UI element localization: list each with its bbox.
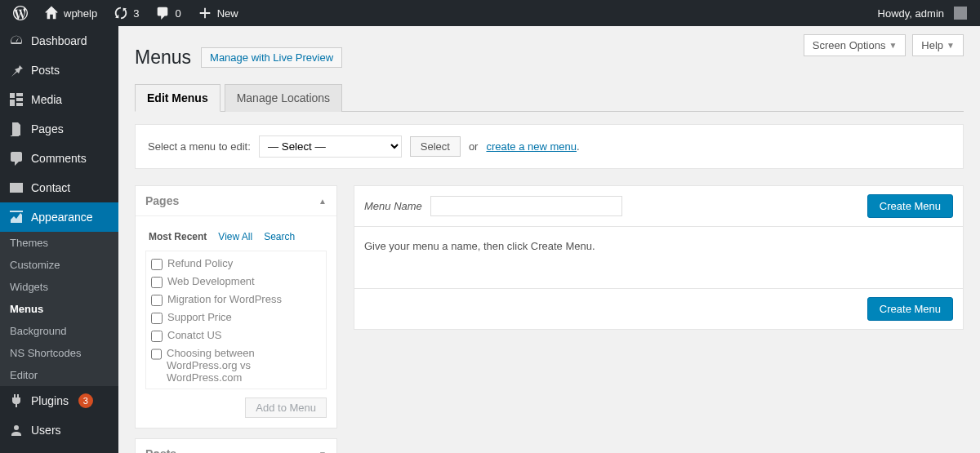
sidebar-item-dashboard[interactable]: Dashboard — [0, 26, 118, 56]
sidebar-item-label: Pages — [31, 122, 64, 135]
avatar — [954, 7, 967, 20]
page-checkbox[interactable] — [151, 313, 163, 324]
sidebar-item-label: Plugins — [31, 394, 69, 407]
select-prompt: Select a menu to edit: — [148, 140, 251, 153]
pages-accordion: Pages ▲ Most Recent View All Search Refu… — [135, 185, 337, 429]
updates-count: 3 — [133, 7, 139, 20]
posts-accordion-toggle[interactable]: Posts ▼ — [136, 439, 336, 453]
wordpress-icon — [13, 6, 28, 20]
page-item[interactable]: Refund Policy — [149, 255, 323, 273]
appearance-submenu: Themes Customize Widgets Menus Backgroun… — [0, 232, 118, 386]
site-name: wphelp — [64, 7, 97, 20]
mail-icon — [8, 180, 24, 196]
appearance-icon — [8, 209, 24, 225]
comments-link[interactable]: 0 — [149, 0, 187, 26]
chevron-down-icon: ▼ — [889, 41, 897, 50]
menu-name-label: Menu Name — [364, 200, 422, 212]
create-menu-button-top[interactable]: Create Menu — [867, 194, 953, 218]
select-button[interactable]: Select — [410, 136, 461, 157]
plugins-icon — [8, 393, 24, 409]
updates-link[interactable]: 3 — [107, 0, 145, 26]
sidebar-item-media[interactable]: Media — [0, 85, 118, 114]
menu-select-bar: Select a menu to edit: — Select — Select… — [135, 124, 964, 169]
main-content: Screen Options ▼ Help ▼ Menus Manage wit… — [118, 26, 980, 453]
screen-options-button[interactable]: Screen Options ▼ — [804, 34, 906, 56]
plugins-badge: 3 — [78, 393, 93, 408]
pin-icon — [8, 62, 24, 78]
home-icon — [44, 6, 59, 20]
chevron-up-icon: ▲ — [318, 197, 327, 206]
sidebar-item-label: Posts — [31, 64, 60, 77]
pages-list[interactable]: Refund Policy Web Development Migration … — [145, 251, 327, 389]
page-item[interactable]: Conatct US — [149, 326, 323, 344]
sidebar-item-contact[interactable]: Contact — [0, 173, 118, 202]
comments-count: 0 — [175, 7, 180, 20]
menu-name-input[interactable] — [430, 196, 622, 216]
plus-icon — [198, 6, 212, 20]
page-checkbox[interactable] — [151, 349, 162, 360]
sidebar-item-label: Media — [31, 93, 62, 106]
submenu-widgets[interactable]: Widgets — [0, 276, 118, 298]
pages-accordion-toggle[interactable]: Pages ▲ — [136, 186, 336, 216]
sidebar-item-appearance[interactable]: Appearance — [0, 202, 118, 232]
update-icon — [114, 6, 128, 20]
submenu-menus[interactable]: Menus — [0, 298, 118, 320]
page-title: Menus — [135, 47, 191, 69]
sidebar-item-comments[interactable]: Comments — [0, 144, 118, 173]
create-menu-button-bottom[interactable]: Create Menu — [867, 297, 953, 321]
subtab-view-all[interactable]: View All — [218, 231, 252, 242]
page-checkbox[interactable] — [151, 331, 163, 342]
new-label: New — [217, 7, 238, 20]
users-icon — [8, 422, 24, 438]
menu-hint: Give your menu a name, then click Create… — [354, 227, 963, 265]
comment-icon — [155, 6, 170, 20]
admin-sidebar: Dashboard Posts Media Pages Comments Con… — [0, 26, 118, 453]
add-to-menu-button[interactable]: Add to Menu — [245, 397, 327, 418]
tab-manage-locations[interactable]: Manage Locations — [225, 84, 342, 112]
create-menu-link[interactable]: create a new menu — [486, 140, 577, 153]
page-item[interactable]: Web Development — [149, 273, 323, 291]
pages-sub-tabs: Most Recent View All Search — [145, 224, 327, 251]
wp-logo[interactable] — [7, 0, 34, 26]
submenu-themes[interactable]: Themes — [0, 232, 118, 254]
site-name-link[interactable]: wphelp — [38, 0, 104, 26]
pages-icon — [8, 121, 24, 137]
tab-edit-menus[interactable]: Edit Menus — [135, 84, 220, 112]
sidebar-item-tools[interactable]: Tools — [0, 445, 118, 453]
page-item[interactable]: SSL Certificate — [149, 386, 323, 389]
page-checkbox[interactable] — [151, 277, 163, 288]
nav-tabs: Edit Menus Manage Locations — [135, 83, 964, 112]
submenu-customize[interactable]: Customize — [0, 254, 118, 276]
submenu-editor[interactable]: Editor — [0, 364, 118, 386]
account-link[interactable]: Howdy, admin — [871, 0, 973, 26]
sidebar-item-posts[interactable]: Posts — [0, 56, 118, 85]
sidebar-item-plugins[interactable]: Plugins 3 — [0, 386, 118, 415]
posts-accordion: Posts ▼ — [135, 438, 337, 453]
help-button[interactable]: Help ▼ — [912, 34, 964, 56]
sidebar-item-users[interactable]: Users — [0, 415, 118, 445]
page-checkbox[interactable] — [151, 295, 163, 306]
subtab-most-recent[interactable]: Most Recent — [149, 231, 207, 242]
sidebar-item-label: Dashboard — [31, 34, 87, 47]
subtab-search[interactable]: Search — [264, 231, 295, 242]
sidebar-item-pages[interactable]: Pages — [0, 114, 118, 144]
greeting: Howdy, admin — [878, 7, 944, 20]
new-content-link[interactable]: New — [191, 0, 245, 26]
page-item[interactable]: Migration for WordPress — [149, 291, 323, 309]
page-item[interactable]: Support Price — [149, 309, 323, 326]
submenu-ns-shortcodes[interactable]: NS Shortcodes — [0, 342, 118, 364]
menu-settings-panel: Menu Name Create Menu Give your menu a n… — [354, 185, 964, 330]
live-preview-button[interactable]: Manage with Live Preview — [201, 47, 342, 68]
admin-bar: wphelp 3 0 New Howdy, admin — [0, 0, 980, 26]
chevron-down-icon: ▼ — [318, 450, 327, 454]
dashboard-icon — [8, 33, 24, 49]
sidebar-item-label: Users — [31, 424, 61, 437]
page-checkbox[interactable] — [151, 259, 163, 270]
or-text: or — [469, 140, 479, 153]
sidebar-item-label: Appearance — [31, 211, 93, 224]
page-item[interactable]: Choosing between WordPress.org vs WordPr… — [149, 344, 323, 386]
menu-select[interactable]: — Select — — [259, 135, 402, 158]
chevron-down-icon: ▼ — [947, 41, 955, 50]
submenu-background[interactable]: Background — [0, 320, 118, 342]
comments-icon — [8, 150, 24, 167]
